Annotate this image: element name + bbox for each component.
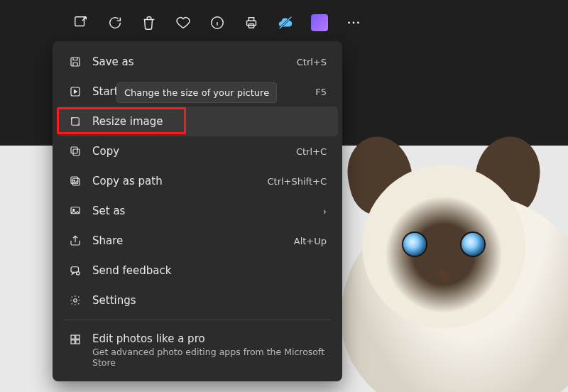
menu-item-label: Set as: [92, 205, 313, 217]
svg-rect-13: [71, 147, 77, 153]
copy-icon: [68, 144, 82, 158]
menu-item-set-as[interactable]: Set as ›: [57, 196, 338, 226]
menu-item-shortcut: Ctrl+S: [297, 57, 327, 67]
svg-point-21: [74, 299, 77, 303]
more-icon[interactable]: [344, 13, 364, 33]
share-icon: [68, 234, 82, 248]
menu-item-label: Settings: [92, 294, 327, 307]
rotate-icon[interactable]: [105, 13, 125, 33]
copy-path-icon: [68, 174, 82, 188]
menu-separator: [64, 320, 331, 320]
menu-item-edit-pro[interactable]: Edit photos like a pro Get advanced phot…: [57, 325, 338, 376]
menu-item-label: Start slideshow: [92, 85, 305, 98]
set-as-icon: [68, 204, 82, 218]
menu-item-shortcut: Alt+Up: [294, 236, 327, 246]
chevron-right-icon: ›: [323, 206, 327, 217]
promo-title: Edit photos like a pro: [92, 332, 327, 345]
feedback-icon: [68, 263, 82, 278]
menu-item-copy[interactable]: Copy Ctrl+C: [57, 136, 338, 166]
svg-point-6: [348, 22, 350, 24]
menu-item-settings[interactable]: Settings: [57, 285, 338, 315]
promo-subtitle: Get advanced photo editing apps from the…: [92, 347, 327, 368]
menu-item-label: Copy as path: [92, 175, 257, 187]
menu-item-label: Share: [92, 234, 284, 247]
svg-rect-11: [72, 118, 80, 126]
svg-rect-23: [76, 335, 80, 339]
onedrive-off-icon[interactable]: [275, 13, 295, 33]
menu-item-resize-image[interactable]: Resize image: [57, 107, 338, 136]
menu-item-shortcut: Ctrl+Shift+C: [267, 176, 327, 187]
svg-rect-0: [75, 17, 84, 26]
print-icon[interactable]: [241, 13, 261, 33]
save-icon: [68, 55, 82, 69]
svg-rect-9: [71, 58, 80, 66]
menu-item-label: Copy: [92, 145, 286, 158]
delete-icon[interactable]: [139, 13, 159, 33]
svg-rect-22: [71, 335, 75, 339]
menu-item-shortcut: Ctrl+C: [296, 146, 327, 157]
menu-item-share[interactable]: Share Alt+Up: [57, 226, 338, 256]
edit-icon[interactable]: [71, 13, 91, 33]
favorite-icon[interactable]: [173, 13, 193, 33]
resize-icon: [68, 114, 82, 129]
menu-item-label: Resize image: [92, 115, 327, 128]
menu-item-label: Send feedback: [92, 264, 327, 277]
menu-item-send-feedback[interactable]: Send feedback: [57, 256, 338, 285]
svg-rect-12: [73, 149, 80, 156]
context-menu: Save as Ctrl+S Start slideshow F5 Resize…: [53, 41, 342, 381]
menu-item-save-as[interactable]: Save as Ctrl+S: [57, 47, 338, 77]
menu-item-start-slideshow[interactable]: Start slideshow F5: [57, 77, 338, 107]
svg-rect-24: [71, 340, 75, 344]
toolbar: [71, 7, 364, 38]
svg-point-7: [353, 22, 355, 24]
menu-item-copy-as-path[interactable]: Copy as path Ctrl+Shift+C: [57, 166, 338, 196]
clipchamp-icon[interactable]: [310, 13, 329, 33]
svg-rect-3: [248, 24, 253, 28]
settings-icon: [68, 293, 82, 307]
slideshow-icon: [68, 85, 82, 99]
store-icon: [68, 332, 82, 347]
menu-item-shortcut: F5: [315, 87, 327, 97]
svg-rect-2: [247, 21, 256, 25]
menu-item-label: Save as: [92, 55, 287, 68]
svg-rect-25: [76, 340, 80, 344]
svg-point-8: [357, 22, 359, 24]
svg-point-16: [74, 180, 75, 182]
info-icon[interactable]: [207, 13, 227, 33]
